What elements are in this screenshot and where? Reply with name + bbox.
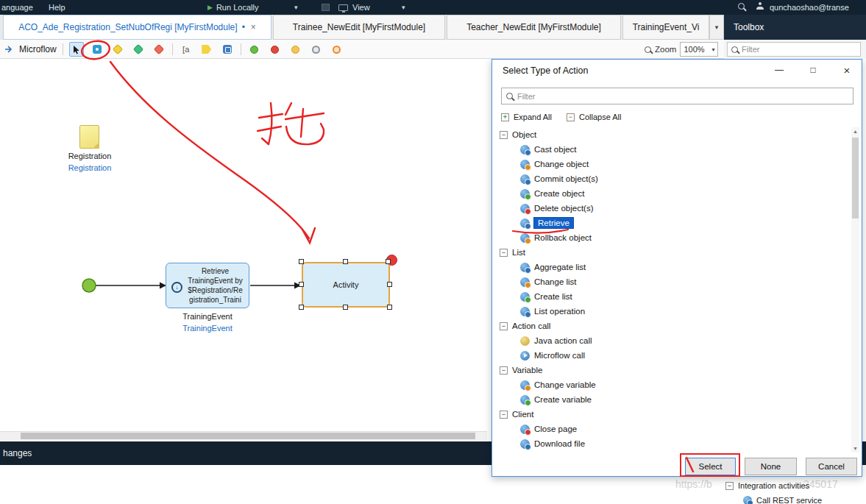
tree-group-object[interactable]: −Object [495,127,842,142]
tree-item-call-rest-service[interactable]: Call REST service [743,496,822,504]
collapse-icon[interactable]: − [500,366,508,375]
collapse-icon[interactable]: − [500,131,508,139]
tree-item-download-file[interactable]: Download file [495,436,842,451]
change-object-icon [520,160,530,169]
error-event-tool-button[interactable] [330,42,344,57]
tree-group-variable[interactable]: −Variable [495,363,842,377]
modified-dot-icon: • [242,22,245,32]
tree-item-close-page[interactable]: Close page [495,422,842,436]
resize-handle[interactable] [343,259,348,264]
loop-tool-button[interactable] [220,42,235,57]
minimize-button[interactable]: — [767,61,791,79]
collapse-all-button[interactable]: Collapse All [579,113,621,121]
tree-item-create-variable[interactable]: Create variable [495,392,842,407]
maximize-button[interactable]: □ [801,61,825,79]
cancel-button[interactable]: Cancel [806,458,857,475]
tree-item-java-action-call[interactable]: Java action call [495,333,842,348]
tree-item-rollback-object[interactable]: Rollback object [495,230,842,245]
resize-handle[interactable] [386,259,391,264]
retrieve-activity[interactable]: ↓ Retrieve TrainingEvent by $Registratio… [166,263,249,308]
collapse-icon[interactable]: − [500,411,508,419]
tree-item-commit-object[interactable]: Commit object(s) [495,171,842,186]
tab-aco-ade-registration[interactable]: ACO_Ade_Registration_SetNubOfRegi [MyFir… [3,15,271,40]
tree-item-cast-object[interactable]: Cast object [495,142,842,157]
tree-item-list-operation[interactable]: List operation [495,304,842,319]
resize-handle[interactable] [299,282,304,287]
toolbox-filter-input[interactable] [742,45,856,54]
collapse-icon[interactable]: − [500,322,508,330]
error-tool-button[interactable] [152,42,166,57]
menu-help[interactable]: Help [49,3,65,12]
run-options-caret-icon[interactable]: ▾ [294,4,298,11]
resize-handle[interactable] [299,259,304,264]
tree-item-aggregate-list[interactable]: Aggregate list [495,260,842,274]
tree-group-integration-activities[interactable]: − Integration activities [725,481,809,490]
tree-group-action-call[interactable]: −Action call [495,319,842,333]
expand-all-icon: + [501,113,509,121]
parameter-tool-button[interactable] [199,42,214,57]
select-tool-button[interactable] [69,42,84,57]
collapse-icon[interactable]: − [725,482,734,490]
registration-entity-icon[interactable] [79,125,99,149]
horizontal-scrollbar-thumb[interactable] [21,433,475,439]
decision-tool-button[interactable] [110,42,125,57]
tab-trainingevent-vi[interactable]: TrainingEvent_Vi [622,15,709,40]
tree-item-create-list[interactable]: Create list [495,289,842,304]
retrieve-entity-link[interactable]: TrainingEvent [147,324,268,333]
close-tab-icon[interactable]: × [251,22,256,32]
activity-box-selected[interactable]: Activity [302,262,390,308]
tree-item-delete-object[interactable]: Delete object(s) [495,201,842,216]
merge-tool-button[interactable] [131,42,146,57]
toolbox-title: Toolbox [734,22,764,32]
tree-item-change-object[interactable]: Change object [495,157,842,171]
select-button[interactable]: Select [685,458,736,475]
annotation-tool-button[interactable]: [a [179,42,194,57]
dialog-filter-input[interactable] [517,92,848,101]
collapse-icon[interactable]: − [500,249,508,257]
view-button[interactable]: View [338,1,370,13]
tab-overflow-button[interactable]: ▾ [709,15,724,40]
create-list-icon [520,292,530,302]
scroll-up-icon[interactable]: ▲ [851,129,859,134]
zoom-level-select[interactable]: 100% ▾ [680,42,718,57]
dialog-tree-scrollbar[interactable]: ▲ ▼ [851,127,859,452]
resize-handle[interactable] [387,282,392,287]
break-event-tool-button[interactable] [309,42,324,57]
expand-all-button[interactable]: Expand All [514,113,552,121]
start-event[interactable] [82,279,96,292]
start-event-tool-button[interactable] [247,42,262,57]
tree-group-list[interactable]: −List [495,245,842,260]
none-button[interactable]: None [745,458,797,475]
scroll-down-icon[interactable]: ▼ [851,446,859,451]
resize-handle[interactable] [387,305,392,310]
divider [241,43,241,55]
tree-item-change-list[interactable]: Change list [495,274,842,289]
resize-handle[interactable] [299,305,304,310]
tree-item-microflow-call[interactable]: Microflow call [495,348,842,363]
close-button[interactable]: × [835,61,859,79]
rollback-object-icon [520,233,530,243]
scrollbar-thumb[interactable] [852,138,859,219]
menu-language[interactable]: anguage [1,3,33,12]
tree-item-create-object[interactable]: Create object [495,186,842,201]
tab-trainee-newedit[interactable]: Trainee_NewEdit [MyFirstModule] [273,15,445,40]
view-caret-icon[interactable]: ▾ [402,4,405,11]
tree-item-retrieve[interactable]: Retrieve [495,216,842,230]
sync-icon[interactable] [738,3,745,10]
toolbox-filter-box[interactable] [727,42,861,57]
profile-icon[interactable] [756,2,764,10]
end-event-tool-button[interactable] [268,42,283,57]
tree-item-change-variable[interactable]: Change variable [495,377,842,392]
zoom-icon [645,46,651,53]
tree-group-client[interactable]: −Client [495,407,842,422]
end-event-icon [271,46,279,54]
entity-type-link[interactable]: Registration [49,163,131,172]
view-label: View [352,3,370,12]
dialog-filter-box[interactable] [501,88,853,104]
activity-tool-button[interactable] [90,42,104,57]
continue-event-tool-button[interactable] [288,42,303,57]
resize-handle[interactable] [343,305,348,310]
tab-teacher-newedit[interactable]: Teacher_NewEdit [MyFirstModule] [447,15,621,40]
error-diamond-icon [154,44,164,54]
run-locally-button[interactable]: ▶ Run Locally [207,1,258,13]
